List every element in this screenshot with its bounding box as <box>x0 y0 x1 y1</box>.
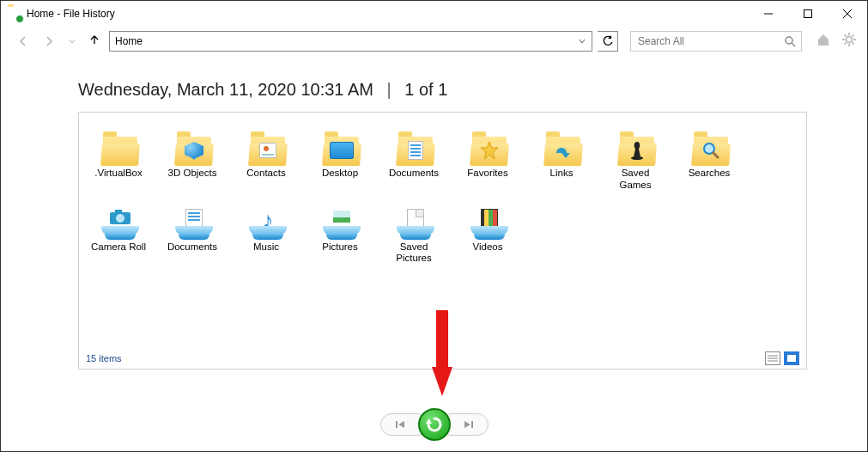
file-item-saved[interactable]: Saved Games <box>603 121 668 193</box>
lib-pic-icon <box>309 197 374 240</box>
svg-rect-25 <box>787 355 796 362</box>
status-text: 15 items <box>86 353 122 363</box>
file-item-label: Pictures <box>309 241 371 253</box>
svg-line-14 <box>845 43 847 45</box>
home-icon[interactable] <box>814 30 833 52</box>
folder-icon <box>88 123 153 166</box>
app-icon <box>8 7 21 21</box>
item-grid: .VirtualBox3D ObjectsContactsDesktopDocu… <box>86 121 799 266</box>
address-bar[interactable] <box>109 31 592 52</box>
folder-desktop-icon <box>309 123 374 166</box>
restore-button[interactable] <box>418 408 451 441</box>
next-version-button[interactable] <box>447 413 489 436</box>
svg-line-18 <box>713 152 719 158</box>
file-item-label: Documents <box>383 168 445 180</box>
file-item-label: Contacts <box>235 168 297 180</box>
file-item-search[interactable]: Searches <box>677 121 742 193</box>
maximize-button[interactable] <box>788 1 828 27</box>
file-item-videos[interactable]: Videos <box>455 195 520 267</box>
folder-mag-icon <box>678 123 744 166</box>
svg-marker-15 <box>481 142 498 159</box>
folder-contacts-icon <box>235 123 300 166</box>
folder-link-icon <box>531 123 596 166</box>
file-item-label: Favorites <box>457 168 519 180</box>
window-title: Home - File History <box>27 8 115 20</box>
file-item-label: Links <box>531 168 592 180</box>
svg-line-11 <box>845 35 847 37</box>
file-item-label: Desktop <box>309 168 371 180</box>
file-item-docs[interactable]: Documents <box>381 121 446 193</box>
navigation-bar <box>1 27 867 63</box>
svg-marker-29 <box>398 421 404 428</box>
minimize-button[interactable] <box>749 1 788 27</box>
refresh-button[interactable] <box>598 31 618 52</box>
back-button[interactable] <box>13 33 33 50</box>
file-item-label: Videos <box>457 241 519 253</box>
file-item-vbox[interactable]: .VirtualBox <box>86 121 151 193</box>
history-controls <box>1 408 867 441</box>
svg-point-4 <box>786 37 792 44</box>
lib-music-icon: ♪ <box>235 197 300 240</box>
close-button[interactable] <box>828 1 867 27</box>
file-item-libdocs[interactable]: Documents <box>160 195 225 267</box>
svg-marker-30 <box>426 418 432 424</box>
file-item-pics[interactable]: Pictures <box>307 195 373 267</box>
svg-rect-20 <box>115 210 122 214</box>
search-box[interactable] <box>630 31 802 52</box>
svg-point-6 <box>847 37 853 43</box>
file-item-label: Searches <box>678 168 740 180</box>
folder-star-icon <box>457 123 522 166</box>
folder-docs-icon <box>383 123 448 166</box>
lib-savepic-icon <box>383 197 448 240</box>
file-item-desktop[interactable]: Desktop <box>307 121 373 193</box>
address-dropdown[interactable] <box>573 32 592 51</box>
view-details-button[interactable] <box>765 351 780 365</box>
search-icon[interactable] <box>779 35 801 47</box>
snapshot-date: Wednesday, March 11, 2020 10:31 AM <box>78 80 373 99</box>
file-item-label: Saved Games <box>604 168 666 192</box>
lib-doc-icon <box>161 197 227 240</box>
view-icons-button[interactable] <box>784 351 799 365</box>
file-item-label: Documents <box>161 241 223 253</box>
file-item-label: Saved Pictures <box>383 241 445 266</box>
svg-point-21 <box>116 214 124 223</box>
file-item-fav[interactable]: Favorites <box>455 121 520 193</box>
page-heading: Wednesday, March 11, 2020 10:31 AM | 1 o… <box>1 63 867 112</box>
lib-camera-icon <box>88 197 153 240</box>
file-item-3d[interactable]: 3D Objects <box>160 121 225 193</box>
svg-rect-28 <box>396 421 398 428</box>
file-item-label: Camera Roll <box>88 241 149 253</box>
recent-dropdown[interactable] <box>64 35 80 47</box>
folder-3d-icon <box>161 123 227 166</box>
file-item-music[interactable]: ♪Music <box>234 195 299 267</box>
lib-video-icon <box>457 197 522 240</box>
svg-marker-27 <box>432 367 452 396</box>
svg-rect-32 <box>471 421 473 428</box>
file-item-label: Music <box>235 241 297 253</box>
snapshot-position: 1 of 1 <box>404 80 447 99</box>
file-item-savedpic[interactable]: Saved Pictures <box>381 195 446 267</box>
folder-chess-icon <box>604 123 670 166</box>
svg-marker-31 <box>464 421 470 428</box>
svg-line-5 <box>792 43 795 46</box>
titlebar: Home - File History <box>1 1 867 27</box>
address-input[interactable] <box>110 32 573 51</box>
up-button[interactable] <box>85 32 104 51</box>
file-item-label: 3D Objects <box>161 168 223 180</box>
svg-rect-1 <box>804 10 812 18</box>
file-item-camera[interactable]: Camera Roll <box>86 195 151 267</box>
previous-version-button[interactable] <box>380 413 422 436</box>
file-item-contacts[interactable]: Contacts <box>234 121 299 193</box>
file-item-links[interactable]: Links <box>529 121 594 193</box>
gear-icon[interactable] <box>840 30 859 52</box>
search-input[interactable] <box>631 35 779 47</box>
file-pane: .VirtualBox3D ObjectsContactsDesktopDocu… <box>78 112 807 370</box>
file-item-label: .VirtualBox <box>88 168 149 180</box>
forward-button[interactable] <box>39 33 59 50</box>
svg-line-13 <box>853 35 854 37</box>
svg-point-16 <box>631 156 643 160</box>
svg-line-12 <box>853 43 854 45</box>
